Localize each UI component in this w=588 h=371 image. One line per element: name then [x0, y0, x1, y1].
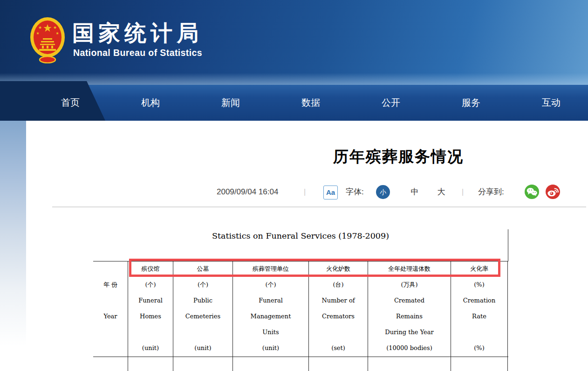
- table-cell: [309, 324, 368, 340]
- weibo-icon: [546, 185, 560, 199]
- left-page-edge-gradient: [0, 121, 26, 371]
- table-cell: Year: [93, 309, 128, 324]
- funeral-services-table: 年 份 Year 殡仪馆 (个) Funeral Homes (unit) 公墓…: [93, 261, 508, 371]
- site-title: 国家统计局: [72, 19, 203, 48]
- table-column-year: 年 份 Year: [93, 261, 128, 371]
- table-cell: [173, 324, 232, 340]
- share-label: 分享到:: [478, 185, 504, 199]
- table-cell: 火化率: [451, 261, 507, 277]
- table-cell: Number of: [309, 293, 368, 309]
- table-cell: Cemeteries: [173, 309, 232, 324]
- table-title: Statistics on Funeral Services (1978-200…: [93, 231, 508, 240]
- table-cell: Units: [233, 324, 308, 340]
- nav-item-news[interactable]: 新闻: [191, 85, 271, 121]
- table-cell: Cremators: [309, 309, 368, 324]
- site-banner: ★ ★ ★ ★ 国家统计局 National Bureau of Statist…: [0, 0, 588, 85]
- national-emblem-icon: ★ ★ ★ ★: [29, 16, 66, 63]
- table-cell: [93, 324, 128, 340]
- nav-item-disclosure[interactable]: 公开: [351, 85, 431, 121]
- table-cell: Cremation: [451, 293, 507, 309]
- svg-text:★: ★: [55, 31, 59, 35]
- meta-divider: |: [304, 185, 306, 199]
- table-cell: 火化炉数: [309, 261, 368, 277]
- table-cell: (10000 bodies): [368, 340, 451, 356]
- table-cell: 殡仪馆: [128, 261, 173, 277]
- section-divider: [52, 206, 586, 207]
- nav-item-services[interactable]: 服务: [431, 85, 511, 121]
- table-column-cremated-remains: 全年处理遗体数 (万具) Cremated Remains During the…: [368, 261, 451, 371]
- publish-timestamp: 2009/09/04 16:04: [217, 185, 278, 199]
- table-cell: (unit): [233, 340, 308, 356]
- table-cell: (台): [309, 277, 368, 293]
- table-cell: [93, 261, 128, 277]
- table-cell: [93, 340, 128, 356]
- font-size-label: 字体:: [346, 185, 364, 199]
- svg-text:★: ★: [36, 31, 39, 35]
- table-column-number-of-cremators: 火化炉数 (台) Number of Cremators (set): [309, 261, 368, 371]
- wechat-share-button[interactable]: [525, 185, 539, 199]
- table-cell: (%): [451, 340, 507, 356]
- table-cell: 全年处理遗体数: [368, 261, 451, 277]
- table-cell: Management: [233, 309, 308, 324]
- table-cell: Remains: [368, 309, 451, 324]
- font-size-icon[interactable]: Aa: [323, 186, 338, 199]
- table-cell: (%): [451, 277, 507, 293]
- font-size-medium-button[interactable]: 中: [408, 185, 422, 199]
- table-column-public-cemeteries: 公墓 (个) Public Cemeteries (unit): [173, 261, 233, 371]
- table-cell: 年 份: [93, 277, 128, 293]
- font-size-small-button[interactable]: 小: [376, 185, 390, 199]
- table-cell: Public: [173, 293, 232, 309]
- nav-item-organization[interactable]: 机构: [110, 85, 191, 121]
- table-cell: Cremated: [368, 293, 451, 309]
- table-cell: (万具): [368, 277, 451, 293]
- table-cell: (个): [128, 277, 173, 293]
- table-cell: [93, 293, 128, 309]
- table-column-funeral-management-units: 殡葬管理单位 (个) Funeral Management Units (uni…: [233, 261, 309, 371]
- table-header-bottom-rule: [93, 357, 508, 357]
- main-nav: 首页 机构 新闻 数据 公开 服务 互动: [0, 85, 588, 121]
- table-column-cremation-rate: 火化率 (%) Cremation Rate (%): [451, 261, 508, 371]
- table-cell: (个): [233, 277, 308, 293]
- table-cell: (unit): [173, 340, 232, 356]
- table-cell: [128, 324, 173, 340]
- table-cell: [451, 324, 507, 340]
- table-right-border: [508, 229, 508, 261]
- table-column-funeral-homes: 殡仪馆 (个) Funeral Homes (unit): [128, 261, 173, 371]
- table-cell: (个): [173, 277, 232, 293]
- table-cell: 公墓: [173, 261, 232, 277]
- page: ★ ★ ★ ★ 国家统计局 National Bureau of Statist…: [0, 0, 588, 371]
- nav-item-data[interactable]: 数据: [271, 85, 351, 121]
- site-subtitle: National Bureau of Statistics: [73, 48, 202, 58]
- meta-divider: |: [462, 185, 464, 199]
- table-cell: Funeral: [233, 293, 308, 309]
- nav-item-home[interactable]: 首页: [30, 85, 110, 121]
- table-cell: (unit): [128, 340, 173, 356]
- table-cell: Homes: [128, 309, 173, 324]
- weibo-share-button[interactable]: [546, 185, 560, 199]
- svg-text:★: ★: [53, 25, 57, 30]
- page-title: 历年殡葬服务情况: [261, 146, 536, 167]
- font-size-large-button[interactable]: 大: [434, 185, 448, 199]
- table-cell: (set): [309, 340, 368, 356]
- nav-item-interaction[interactable]: 互动: [511, 85, 588, 121]
- table-cell: Funeral: [128, 293, 173, 309]
- wechat-icon: [525, 185, 539, 199]
- nav-items: 首页 机构 新闻 数据 公开 服务 互动: [30, 85, 588, 121]
- table-cell: 殡葬管理单位: [233, 261, 308, 277]
- table-cell: During the Year: [368, 324, 451, 340]
- table-cell: Rate: [451, 309, 507, 324]
- svg-text:★: ★: [38, 25, 42, 30]
